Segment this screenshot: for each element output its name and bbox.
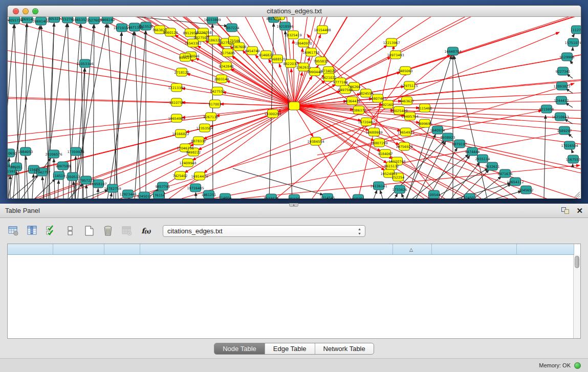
network-canvas[interactable]: 2405572420691402069140610053237152761065… xyxy=(8,17,581,199)
desktop-background: citations_edges.txt 24055724206914020691… xyxy=(0,0,588,204)
svg-text:2935114: 2935114 xyxy=(475,157,490,161)
svg-text:6734028: 6734028 xyxy=(321,69,336,73)
svg-text:16720407: 16720407 xyxy=(358,120,375,124)
svg-text:16210643: 16210643 xyxy=(552,115,569,119)
table-row[interactable] xyxy=(8,271,574,279)
svg-text:714604: 714604 xyxy=(219,196,232,199)
table-scrollbar-thumb[interactable] xyxy=(575,256,579,268)
svg-text:12409948: 12409948 xyxy=(179,161,196,165)
tab-network-table[interactable]: Network Table xyxy=(315,343,374,354)
cell-pagerank xyxy=(516,262,574,271)
svg-text:1640934: 1640934 xyxy=(430,128,445,133)
table-row[interactable] xyxy=(8,262,574,271)
cell-short xyxy=(431,320,516,328)
tab-node-table[interactable]: Node Table xyxy=(214,343,265,354)
svg-text:385051: 385051 xyxy=(10,165,23,169)
svg-text:924501: 924501 xyxy=(464,196,476,199)
svg-text:16914479: 16914479 xyxy=(191,174,208,179)
svg-text:114519: 114519 xyxy=(53,174,66,178)
column-header-name[interactable] xyxy=(8,244,53,254)
cell-name xyxy=(8,271,53,279)
function-builder-icon[interactable]: f(x) xyxy=(140,225,152,237)
svg-text:1984053: 1984053 xyxy=(18,150,33,154)
network-window-titlebar[interactable]: citations_edges.txt xyxy=(8,6,581,17)
table-row[interactable] xyxy=(8,279,574,287)
svg-text:19495764: 19495764 xyxy=(401,115,418,119)
close-panel-icon[interactable]: ✕ xyxy=(576,207,583,214)
citation-network-graph[interactable]: 2405572420691402069140610053237152761065… xyxy=(8,17,581,199)
svg-text:9184067: 9184067 xyxy=(378,152,393,156)
table-row[interactable] xyxy=(8,312,574,320)
svg-text:19384554: 19384554 xyxy=(307,140,324,144)
delete-table-icon xyxy=(121,225,133,237)
table-row[interactable] xyxy=(8,303,574,312)
table-header-row: △ xyxy=(8,244,574,254)
network-view-window[interactable]: citations_edges.txt 24055724206914020691… xyxy=(7,5,581,199)
svg-text:9175685: 9175685 xyxy=(221,51,235,55)
svg-text:10688609: 10688609 xyxy=(365,130,382,135)
cell-name xyxy=(8,254,53,262)
float-panel-icon[interactable] xyxy=(561,207,569,214)
cell-short xyxy=(431,295,516,303)
table-row[interactable] xyxy=(8,254,574,262)
column-header-year[interactable] xyxy=(104,244,140,254)
svg-text:12923446: 12923446 xyxy=(119,192,136,196)
node-table[interactable]: △ xyxy=(7,244,581,339)
table-row[interactable] xyxy=(8,328,574,336)
show-columns-icon[interactable] xyxy=(26,225,38,237)
delete-rows-icon[interactable] xyxy=(102,225,114,237)
column-header-out_degree[interactable]: △ xyxy=(393,244,431,254)
svg-text:8125449: 8125449 xyxy=(272,17,287,18)
svg-text:18226058: 18226058 xyxy=(194,31,211,35)
svg-text:109544: 109544 xyxy=(428,193,441,197)
cell-year xyxy=(104,303,140,312)
cell-pagerank xyxy=(516,312,574,320)
cell-out_degree xyxy=(393,320,431,328)
row-height-icon[interactable] xyxy=(64,225,76,237)
table-scrollbar[interactable] xyxy=(573,255,580,338)
svg-text:1810755: 1810755 xyxy=(169,101,184,105)
svg-text:16782759: 16782759 xyxy=(104,187,121,191)
cell-year xyxy=(104,279,140,287)
column-header-short[interactable] xyxy=(431,244,516,254)
network-table-select[interactable]: citations_edges.txt ▲▼ xyxy=(163,225,365,237)
tab-edge-table[interactable]: Edge Table xyxy=(265,343,315,354)
splitter-handle[interactable]: ▴ xyxy=(289,203,298,207)
cell-out_degree xyxy=(393,271,431,279)
svg-text:989017: 989017 xyxy=(179,56,192,60)
select-all-icon[interactable] xyxy=(45,225,57,237)
svg-text:10958107: 10958107 xyxy=(90,182,106,186)
svg-text:1167553: 1167553 xyxy=(566,158,581,162)
table-row[interactable] xyxy=(8,320,574,328)
svg-text:7955812: 7955812 xyxy=(314,59,329,63)
cell-out_degree xyxy=(393,295,431,303)
cell-title xyxy=(140,303,393,312)
table-row[interactable] xyxy=(8,295,574,303)
status-bar: Memory: OK xyxy=(0,358,588,372)
table-options-icon[interactable] xyxy=(7,225,19,237)
svg-text:1733426: 1733426 xyxy=(393,188,407,192)
svg-text:10025488: 10025488 xyxy=(390,109,407,113)
column-header-title[interactable] xyxy=(140,244,393,254)
svg-text:7857224: 7857224 xyxy=(225,26,239,30)
cell-in_degree xyxy=(53,328,104,336)
memory-status-label: Memory: OK xyxy=(539,362,571,368)
svg-text:18807299: 18807299 xyxy=(371,141,387,145)
svg-text:1244412: 1244412 xyxy=(554,99,569,103)
table-panel-header: ▴ Table Panel ✕ xyxy=(0,204,588,218)
svg-text:19654923: 19654923 xyxy=(397,130,414,135)
memory-ok-icon[interactable] xyxy=(574,362,581,369)
cell-in_degree xyxy=(53,312,104,320)
new-table-icon[interactable] xyxy=(83,225,95,237)
cell-pagerank xyxy=(516,271,574,279)
svg-text:12975115: 12975115 xyxy=(401,84,418,88)
sort-ascending-icon: △ xyxy=(409,247,413,252)
column-header-in_degree[interactable] xyxy=(53,244,104,254)
table-panel-title: Table Panel xyxy=(5,207,40,214)
cell-title xyxy=(140,287,393,295)
svg-text:9245652: 9245652 xyxy=(519,188,534,192)
column-header-pagerank[interactable] xyxy=(516,244,574,254)
svg-text:8660123: 8660123 xyxy=(163,31,178,35)
svg-text:8938923: 8938923 xyxy=(441,136,455,140)
table-row[interactable] xyxy=(8,287,574,295)
